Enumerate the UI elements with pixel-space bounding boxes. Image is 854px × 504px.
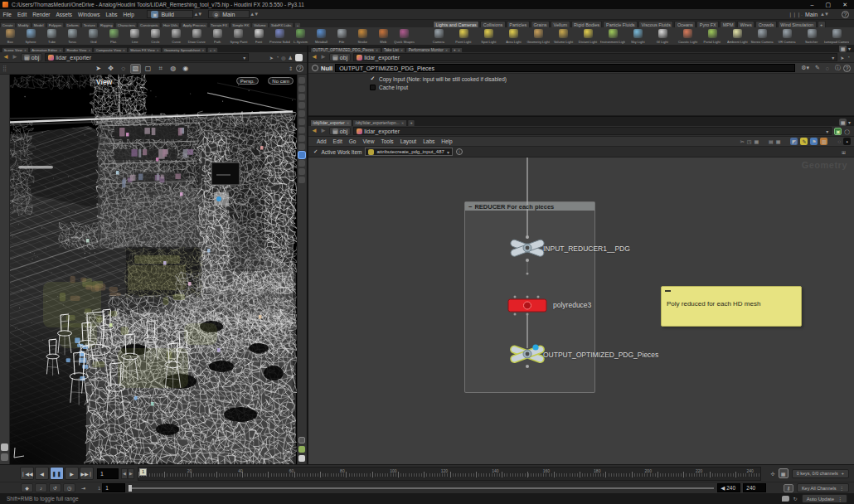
- shelf-tool[interactable]: Sky Light: [625, 29, 650, 44]
- shelf-tool[interactable]: Quick Shapes: [394, 29, 415, 44]
- range-end-field[interactable]: ◀ 240: [717, 483, 740, 492]
- display-toggle-icon[interactable]: [298, 143, 305, 150]
- gear-icon[interactable]: ⚙▾: [801, 65, 809, 71]
- info-icon[interactable]: [298, 437, 305, 443]
- pane-tab[interactable]: Scene View✕: [2, 47, 29, 52]
- path-dropdown-icon[interactable]: ▾: [832, 55, 834, 61]
- export-icon[interactable]: [298, 455, 305, 462]
- network-menu-item[interactable]: View: [359, 138, 377, 144]
- display-toggle-icon[interactable]: [298, 110, 305, 117]
- pin-icon[interactable]: ➤: [840, 55, 844, 61]
- work-item-field[interactable]: attributecreate_pdg_input_487 ▾: [365, 148, 452, 156]
- expand-icon[interactable]: ⇕: [289, 65, 293, 71]
- shelf-tab[interactable]: Collisions: [480, 21, 506, 27]
- shelf-tab[interactable]: SideFX Labs: [269, 22, 294, 27]
- shelf-tool[interactable]: VR Camera: [774, 29, 799, 44]
- pane-tab[interactable]: +✕: [451, 47, 463, 52]
- shelf-tool[interactable]: Stereo Camera: [750, 29, 774, 44]
- desktop-selector[interactable]: ▣ Build: [147, 10, 193, 18]
- pane-tab[interactable]: Take List✕: [381, 47, 405, 52]
- shelf-tab[interactable]: Deform: [65, 22, 81, 27]
- polyreduce-node[interactable]: [506, 293, 549, 318]
- color-palette-icon[interactable]: ◩: [790, 138, 798, 145]
- shelf-tab[interactable]: Rigging: [98, 22, 114, 27]
- frame-inc-button[interactable]: ▶: [128, 468, 134, 479]
- shelf-tool[interactable]: Tube: [41, 29, 62, 44]
- forward-icon[interactable]: ►: [320, 128, 327, 134]
- close-tab-icon[interactable]: ✕: [157, 48, 159, 52]
- copy-input-checkbox[interactable]: ✓: [370, 76, 376, 82]
- tool-icon[interactable]: [1, 96, 8, 104]
- viewport-tool-icon[interactable]: ▢: [143, 64, 153, 74]
- sticky-collapse-icon[interactable]: [665, 290, 671, 292]
- pane-dropdown-icon[interactable]: ▾: [848, 119, 851, 125]
- organize-icon[interactable]: ▥: [820, 138, 827, 145]
- range-slider[interactable]: [129, 487, 714, 489]
- desktop-spinner[interactable]: ▲▼: [193, 12, 201, 17]
- refresh-icon[interactable]: ↻: [793, 496, 798, 502]
- more-icon[interactable]: ⋮: [840, 486, 845, 491]
- shelf-tool[interactable]: File: [332, 29, 352, 44]
- pin-icon[interactable]: ➤: [269, 55, 274, 61]
- shelf-tool[interactable]: Path: [207, 29, 228, 44]
- playhead[interactable]: 1: [139, 468, 147, 476]
- pane-tab[interactable]: Motion FX View✕: [129, 47, 162, 52]
- back-icon[interactable]: ◄: [311, 128, 318, 134]
- param-help-icon[interactable]: ?: [843, 65, 851, 72]
- menu-item[interactable]: Assets: [53, 12, 75, 17]
- tool-icon[interactable]: [1, 105, 8, 113]
- network-menu-item[interactable]: Help: [438, 138, 455, 144]
- shelf-tool[interactable]: Torus: [62, 29, 83, 44]
- tool-icon[interactable]: [1, 224, 8, 231]
- shelf-tab[interactable]: Pyro FX: [696, 21, 719, 27]
- pane-dropdown-icon[interactable]: ▾: [848, 46, 851, 51]
- active-work-item-check[interactable]: ✓: [313, 148, 318, 155]
- audio-icon[interactable]: ♪: [35, 483, 47, 492]
- pause-button[interactable]: ❚❚: [50, 467, 64, 480]
- pane-tab[interactable]: Composite View✕: [94, 47, 128, 52]
- search-icon[interactable]: ◌: [826, 65, 829, 71]
- back-icon[interactable]: ◄: [311, 54, 318, 61]
- tool-icon[interactable]: [1, 78, 8, 85]
- shelf-tab[interactable]: Apply Process: [181, 22, 208, 27]
- network-menu-item[interactable]: Go: [346, 138, 360, 144]
- frame-dec-button[interactable]: ◀: [121, 468, 128, 479]
- shelf-tab[interactable]: Create: [0, 22, 15, 27]
- pane-menu-icon[interactable]: ▦: [839, 46, 847, 52]
- pane-tab[interactable]: Performance Monitor✕: [406, 47, 450, 52]
- tool-icon[interactable]: [1, 151, 8, 158]
- pane-tab[interactable]: Render View✕: [65, 47, 94, 52]
- path-root[interactable]: ▤ obj: [329, 127, 351, 135]
- display-toggle-icon[interactable]: [298, 102, 305, 109]
- target-icon[interactable]: ◎: [281, 55, 285, 61]
- range-end-field2[interactable]: 240: [743, 483, 766, 492]
- shelf-tool[interactable]: Point Light: [451, 29, 476, 44]
- shelf-tab[interactable]: Vellum: [551, 21, 570, 27]
- keys-channels-button[interactable]: 0 keys, 0/0 channels+: [792, 469, 849, 478]
- tool-icon[interactable]: [1, 196, 8, 204]
- shelf-tab[interactable]: Viscous Fluids: [638, 21, 673, 27]
- shelf-tab[interactable]: Texture: [81, 22, 98, 27]
- close-tab-icon[interactable]: ✕: [59, 48, 61, 52]
- menu-item[interactable]: Edit: [14, 12, 29, 17]
- flags-icon[interactable]: ⚑: [810, 138, 818, 145]
- loop-icon[interactable]: ↺: [49, 483, 61, 492]
- timeline-ruler[interactable]: 20406080100120140160180200220240 1: [138, 467, 761, 481]
- close-button[interactable]: ✕: [842, 2, 847, 8]
- auto-key-icon[interactable]: ◆: [21, 483, 33, 492]
- network-menu-item[interactable]: Tools: [377, 138, 396, 144]
- shelf-tool[interactable]: Metaball: [311, 29, 332, 44]
- expand-grid-icon[interactable]: ⊞: [842, 149, 846, 155]
- path-dropdown-icon[interactable]: ▾: [243, 55, 245, 61]
- search-icon[interactable]: ◌: [837, 139, 841, 144]
- shelf-tab[interactable]: +: [294, 22, 301, 27]
- shelf-tab[interactable]: Terrain FX: [209, 22, 230, 27]
- go-to-start-button[interactable]: ❘◀◀: [20, 467, 34, 480]
- shelf-tab[interactable]: Lights and Cameras: [433, 21, 479, 27]
- shelf-tool[interactable]: Volume Light: [551, 29, 575, 44]
- shelf-tool[interactable]: Area Light: [501, 29, 526, 44]
- step-back-button[interactable]: ◀: [35, 467, 49, 480]
- shelf-tool[interactable]: Line: [124, 29, 145, 44]
- shelf-tab[interactable]: Wires: [737, 21, 755, 27]
- path-root[interactable]: ▤ obj: [329, 53, 351, 61]
